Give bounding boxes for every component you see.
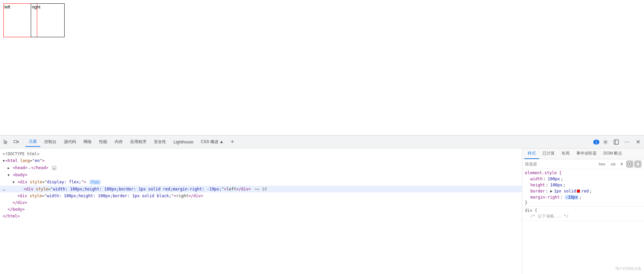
styles-filter-input[interactable] — [525, 162, 595, 166]
styles-panel: 样式 已计算 布局 事件侦听器 DOM 断点 :hov .cls + — [522, 149, 644, 274]
user-agent-watermark: 用户代理样式表 — [615, 266, 641, 271]
notification-badge: 1 — [593, 140, 599, 144]
svg-point-2 — [605, 141, 606, 143]
close-devtools-btn[interactable]: ✕ — [633, 137, 643, 147]
dom-body-open: ▼ <body> — [0, 172, 522, 179]
div-rule: div { /* 以下省略... */ — [522, 207, 644, 221]
tab-memory[interactable]: 内存 — [111, 137, 126, 147]
dom-html-open: ▼<html lang="en"> — [0, 157, 522, 164]
div-rule-selector: div { — [525, 208, 641, 213]
cls-filter-btn[interactable]: .cls — [608, 162, 617, 166]
dom-body-close: </body> — [0, 206, 522, 213]
cursor-icon-btn[interactable] — [1, 137, 11, 147]
tab-css-overview[interactable]: CSS 概述 ▲ — [198, 137, 227, 147]
styles-tab-event-listeners[interactable]: 事件侦听器 — [573, 149, 600, 159]
tab-network[interactable]: 网络 — [80, 137, 95, 147]
style-prop-height: height: 100px; — [525, 182, 641, 188]
dom-head[interactable]: ▶ <head>…</head> … — [0, 164, 522, 172]
styles-tab-computed[interactable]: 已计算 — [539, 149, 558, 159]
tab-security[interactable]: 安全性 — [151, 137, 169, 147]
devtools-panel: 元素 控制台 源代码 网络 性能 内存 应用程序 安全性 Lighthouse … — [0, 135, 644, 274]
tab-performance[interactable]: 性能 — [96, 137, 111, 147]
style-prop-width: width: 100px; — [525, 176, 641, 182]
devtools-toolbar: 元素 控制台 源代码 网络 性能 内存 应用程序 安全性 Lighthouse … — [0, 136, 644, 149]
toggle-style-btn[interactable] — [635, 161, 641, 167]
dom-right-div: <div style="width: 100px;height: 100px;b… — [0, 192, 522, 199]
tab-lighthouse[interactable]: Lighthouse — [170, 137, 197, 147]
devtools-body: <!DOCTYPE html> ▼<html lang="en"> ▶ <hea… — [0, 149, 644, 274]
style-prop-border: border: ▶ 1px solid red; — [525, 188, 641, 194]
preview-content: left right — [3, 3, 65, 37]
styles-tab-dom-breakpoints[interactable]: DOM 断点 — [600, 149, 625, 159]
svg-rect-1 — [17, 141, 19, 143]
add-style-btn[interactable]: + — [619, 161, 625, 167]
styles-filter-bar: :hov .cls + — [522, 159, 644, 169]
element-style-selector: element.style { — [525, 170, 641, 175]
element-style-close: } — [525, 200, 641, 205]
tab-elements[interactable]: 元素 — [25, 137, 40, 147]
tab-console[interactable]: 控制台 — [41, 137, 60, 147]
browser-preview: left right — [0, 0, 644, 135]
styles-tabs: 样式 已计算 布局 事件侦听器 DOM 断点 — [522, 149, 644, 159]
svg-rect-0 — [14, 140, 17, 143]
flex-demo-container: left right — [3, 3, 65, 37]
styles-tab-styles[interactable]: 样式 — [524, 149, 539, 159]
tab-sources[interactable]: 源代码 — [61, 137, 79, 147]
tab-application[interactable]: 应用程序 — [127, 137, 150, 147]
dock-icon-btn[interactable] — [612, 137, 621, 147]
hov-filter-btn[interactable]: :hov — [596, 162, 607, 166]
style-prop-margin-right: margin-right: -19px; — [525, 194, 641, 200]
svg-rect-8 — [636, 162, 640, 166]
svg-rect-3 — [614, 140, 619, 144]
more-options-btn[interactable]: ⋯ — [622, 137, 632, 147]
dom-left-div[interactable]: … <div style="width: 100px;height: 100px… — [0, 186, 522, 192]
dom-doctype: <!DOCTYPE html> — [0, 151, 522, 157]
box-right: right — [31, 3, 65, 37]
toolbar-right: 1 ⋯ ✕ — [593, 137, 643, 147]
dom-flex-div: ▼ <div style="display: flex;"> flex — [0, 179, 522, 186]
add-tab-button[interactable]: + — [228, 137, 237, 147]
dom-panel[interactable]: <!DOCTYPE html> ▼<html lang="en"> ▶ <hea… — [0, 149, 522, 274]
div-rule-comment: /* 以下省略... */ — [525, 213, 641, 219]
styles-tab-layout[interactable]: 布局 — [558, 149, 573, 159]
toolbar-divider — [23, 139, 23, 145]
element-style-rule: element.style { width: 100px; height: 10… — [522, 169, 644, 207]
new-style-rule-btn[interactable] — [626, 161, 633, 167]
settings-icon-btn[interactable] — [601, 137, 610, 147]
dom-flex-div-close: </div> — [0, 199, 522, 206]
dom-html-close: </html> — [0, 213, 522, 220]
device-toolbar-icon-btn[interactable] — [12, 137, 21, 147]
